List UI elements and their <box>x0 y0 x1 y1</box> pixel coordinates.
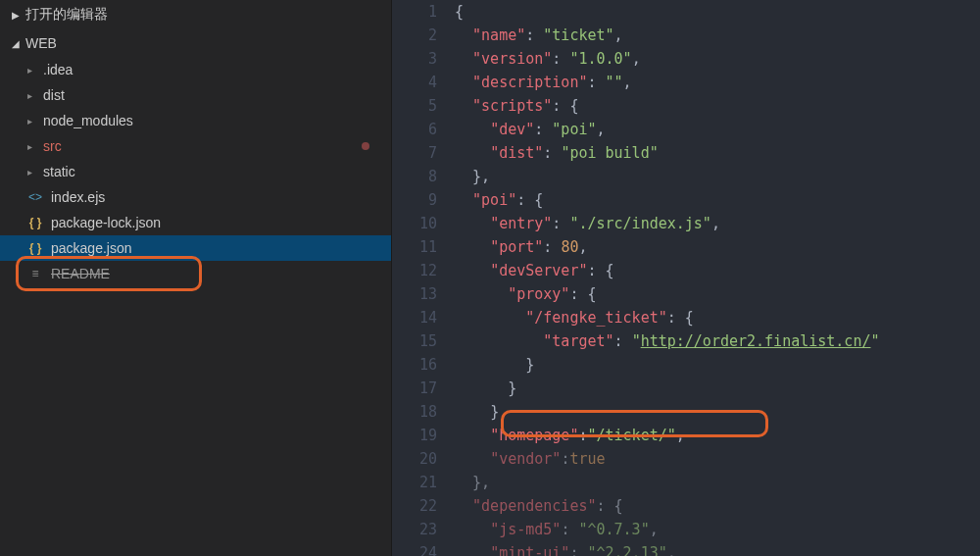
folder-item[interactable]: ▸src <box>0 133 391 159</box>
code-line[interactable]: "scripts": { <box>455 94 980 118</box>
chevron-right-icon: ▸ <box>27 65 39 76</box>
code-line[interactable]: "description": "", <box>455 71 980 94</box>
open-editors-section[interactable]: ▶ 打开的编辑器 <box>0 0 391 29</box>
code-line[interactable]: "homepage":"/ticket/", <box>455 424 980 447</box>
code-line[interactable]: } <box>455 377 980 400</box>
file-type-icon: <> <box>27 190 43 204</box>
item-label: index.ejs <box>51 189 105 205</box>
folder-item[interactable]: ▸node_modules <box>0 108 391 133</box>
code-line[interactable]: }, <box>455 165 980 188</box>
item-label: package.json <box>51 240 132 256</box>
code-line[interactable]: "js-md5": "^0.7.3", <box>455 518 980 541</box>
line-number: 11 <box>392 235 437 259</box>
line-number: 6 <box>392 118 437 141</box>
line-number: 7 <box>392 141 437 165</box>
line-number: 9 <box>392 188 437 212</box>
item-label: node_modules <box>43 113 133 128</box>
chevron-right-icon: ▸ <box>27 141 39 152</box>
line-number: 19 <box>392 424 437 447</box>
code-content[interactable]: { "name": "ticket", "version": "1.0.0", … <box>455 0 980 556</box>
line-number: 1 <box>392 0 437 24</box>
line-number: 15 <box>392 329 437 353</box>
code-line[interactable]: "entry": "./src/index.js", <box>455 212 980 235</box>
code-line[interactable]: { <box>455 0 980 24</box>
chevron-right-icon: ▸ <box>27 90 39 101</box>
line-number: 4 <box>392 71 437 94</box>
line-number: 8 <box>392 165 437 188</box>
folder-item[interactable]: ▸static <box>0 159 391 184</box>
chevron-right-icon: ▸ <box>27 116 39 126</box>
line-number: 10 <box>392 212 437 235</box>
line-number: 22 <box>392 494 437 518</box>
code-editor[interactable]: 123456789101112131415161718192021222324 … <box>392 0 980 556</box>
line-number: 21 <box>392 471 437 494</box>
modified-indicator-icon <box>362 142 369 150</box>
line-number: 12 <box>392 259 437 282</box>
line-number: 5 <box>392 94 437 118</box>
line-number: 18 <box>392 400 437 424</box>
section-label: 打开的编辑器 <box>25 6 108 24</box>
code-line[interactable]: "/fengke_ticket": { <box>455 306 980 329</box>
section-label: WEB <box>25 35 57 51</box>
chevron-down-icon: ◢ <box>12 38 20 49</box>
code-line[interactable]: "dist": "poi build" <box>455 141 980 165</box>
chevron-right-icon: ▶ <box>12 10 20 21</box>
line-number-gutter: 123456789101112131415161718192021222324 <box>392 0 455 556</box>
code-line[interactable]: }, <box>455 400 980 424</box>
line-number: 3 <box>392 47 437 71</box>
item-label: dist <box>43 87 65 103</box>
file-explorer-sidebar: ▶ 打开的编辑器 ◢ WEB ▸.idea▸dist▸node_modules▸… <box>0 0 392 556</box>
file-item[interactable]: { }package-lock.json <box>0 210 391 235</box>
code-line[interactable]: } <box>455 353 980 377</box>
line-number: 16 <box>392 353 437 377</box>
line-number: 20 <box>392 447 437 471</box>
file-tree: ▸.idea▸dist▸node_modules▸src▸static<>ind… <box>0 57 391 286</box>
code-line[interactable]: "target": "http://order2.finalist.cn/" <box>455 329 980 353</box>
line-number: 13 <box>392 282 437 306</box>
code-line[interactable]: "name": "ticket", <box>455 24 980 47</box>
item-label: static <box>43 164 75 179</box>
code-line[interactable]: "dev": "poi", <box>455 118 980 141</box>
code-line[interactable]: "mint-ui": "^2.2.13", <box>455 541 980 556</box>
code-line[interactable]: "proxy": { <box>455 282 980 306</box>
project-section[interactable]: ◢ WEB <box>0 29 391 57</box>
line-number: 2 <box>392 24 437 47</box>
code-line[interactable]: "devServer": { <box>455 259 980 282</box>
chevron-right-icon: ▸ <box>27 167 39 177</box>
file-item[interactable]: ≡README <box>0 261 391 286</box>
line-number: 17 <box>392 377 437 400</box>
code-line[interactable]: "poi": { <box>455 188 980 212</box>
file-type-icon: { } <box>27 216 43 229</box>
line-number: 14 <box>392 306 437 329</box>
code-line[interactable]: "port": 80, <box>455 235 980 259</box>
folder-item[interactable]: ▸.idea <box>0 57 391 82</box>
file-item[interactable]: { }package.json <box>0 235 391 261</box>
file-type-icon: ≡ <box>27 267 43 280</box>
folder-item[interactable]: ▸dist <box>0 82 391 108</box>
item-label: src <box>43 138 62 154</box>
code-line[interactable]: "dependencies": { <box>455 494 980 518</box>
item-label: package-lock.json <box>51 215 161 230</box>
code-line[interactable]: "version": "1.0.0", <box>455 47 980 71</box>
code-line[interactable]: }, <box>455 471 980 494</box>
file-type-icon: { } <box>27 241 43 255</box>
file-item[interactable]: <>index.ejs <box>0 184 391 210</box>
line-number: 24 <box>392 541 437 556</box>
code-line[interactable]: "vendor":true <box>455 447 980 471</box>
item-label: .idea <box>43 62 73 77</box>
item-label: README <box>51 266 110 281</box>
line-number: 23 <box>392 518 437 541</box>
